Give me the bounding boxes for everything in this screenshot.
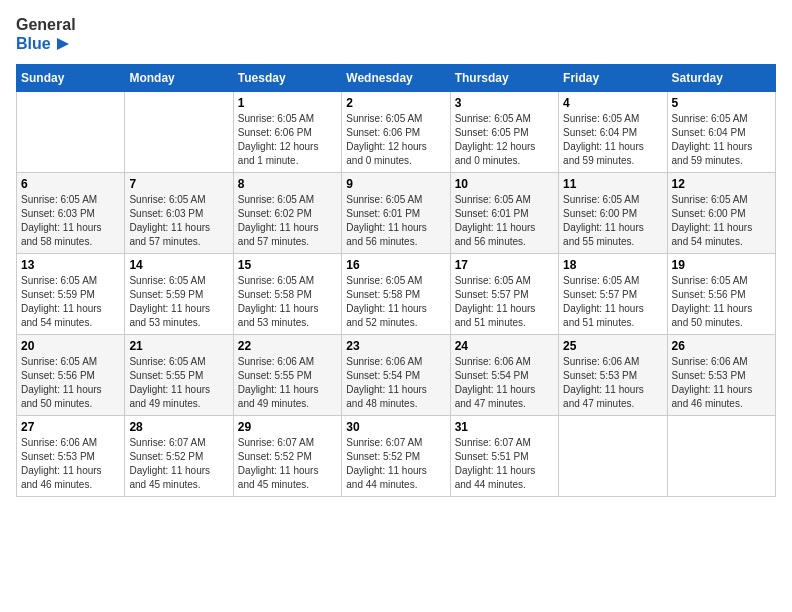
calendar-cell: 28Sunrise: 6:07 AM Sunset: 5:52 PM Dayli… <box>125 415 233 496</box>
day-info: Sunrise: 6:05 AM Sunset: 5:56 PM Dayligh… <box>21 355 120 411</box>
day-info: Sunrise: 6:05 AM Sunset: 6:01 PM Dayligh… <box>455 193 554 249</box>
day-info: Sunrise: 6:05 AM Sunset: 5:57 PM Dayligh… <box>563 274 662 330</box>
day-info: Sunrise: 6:07 AM Sunset: 5:52 PM Dayligh… <box>346 436 445 492</box>
day-number: 3 <box>455 96 554 110</box>
day-number: 31 <box>455 420 554 434</box>
page-header: General Blue <box>16 16 776 54</box>
day-number: 12 <box>672 177 771 191</box>
day-number: 29 <box>238 420 337 434</box>
day-info: Sunrise: 6:05 AM Sunset: 6:06 PM Dayligh… <box>346 112 445 168</box>
calendar-cell <box>17 91 125 172</box>
calendar-cell: 2Sunrise: 6:05 AM Sunset: 6:06 PM Daylig… <box>342 91 450 172</box>
weekday-header: Friday <box>559 64 667 91</box>
day-info: Sunrise: 6:05 AM Sunset: 6:03 PM Dayligh… <box>129 193 228 249</box>
calendar-week-row: 1Sunrise: 6:05 AM Sunset: 6:06 PM Daylig… <box>17 91 776 172</box>
calendar-cell: 18Sunrise: 6:05 AM Sunset: 5:57 PM Dayli… <box>559 253 667 334</box>
day-info: Sunrise: 6:06 AM Sunset: 5:53 PM Dayligh… <box>21 436 120 492</box>
day-number: 21 <box>129 339 228 353</box>
calendar-cell <box>559 415 667 496</box>
calendar-cell: 31Sunrise: 6:07 AM Sunset: 5:51 PM Dayli… <box>450 415 558 496</box>
svg-marker-0 <box>57 38 69 50</box>
calendar-week-row: 27Sunrise: 6:06 AM Sunset: 5:53 PM Dayli… <box>17 415 776 496</box>
day-number: 1 <box>238 96 337 110</box>
day-number: 7 <box>129 177 228 191</box>
calendar-week-row: 6Sunrise: 6:05 AM Sunset: 6:03 PM Daylig… <box>17 172 776 253</box>
calendar-cell: 29Sunrise: 6:07 AM Sunset: 5:52 PM Dayli… <box>233 415 341 496</box>
calendar-cell: 19Sunrise: 6:05 AM Sunset: 5:56 PM Dayli… <box>667 253 775 334</box>
day-info: Sunrise: 6:06 AM Sunset: 5:55 PM Dayligh… <box>238 355 337 411</box>
weekday-header: Sunday <box>17 64 125 91</box>
day-info: Sunrise: 6:05 AM Sunset: 6:03 PM Dayligh… <box>21 193 120 249</box>
logo: General Blue <box>16 16 76 54</box>
calendar-cell: 21Sunrise: 6:05 AM Sunset: 5:55 PM Dayli… <box>125 334 233 415</box>
day-info: Sunrise: 6:05 AM Sunset: 5:58 PM Dayligh… <box>346 274 445 330</box>
day-number: 27 <box>21 420 120 434</box>
day-info: Sunrise: 6:05 AM Sunset: 6:04 PM Dayligh… <box>563 112 662 168</box>
logo-general-text: General <box>16 16 76 34</box>
day-number: 18 <box>563 258 662 272</box>
weekday-header-row: SundayMondayTuesdayWednesdayThursdayFrid… <box>17 64 776 91</box>
calendar-cell: 4Sunrise: 6:05 AM Sunset: 6:04 PM Daylig… <box>559 91 667 172</box>
calendar-cell: 9Sunrise: 6:05 AM Sunset: 6:01 PM Daylig… <box>342 172 450 253</box>
day-number: 19 <box>672 258 771 272</box>
day-number: 15 <box>238 258 337 272</box>
weekday-header: Thursday <box>450 64 558 91</box>
day-info: Sunrise: 6:05 AM Sunset: 5:56 PM Dayligh… <box>672 274 771 330</box>
day-number: 2 <box>346 96 445 110</box>
day-info: Sunrise: 6:07 AM Sunset: 5:51 PM Dayligh… <box>455 436 554 492</box>
day-number: 8 <box>238 177 337 191</box>
calendar-cell: 3Sunrise: 6:05 AM Sunset: 6:05 PM Daylig… <box>450 91 558 172</box>
logo-arrow-icon <box>53 34 73 54</box>
day-info: Sunrise: 6:05 AM Sunset: 6:06 PM Dayligh… <box>238 112 337 168</box>
calendar-cell: 16Sunrise: 6:05 AM Sunset: 5:58 PM Dayli… <box>342 253 450 334</box>
day-info: Sunrise: 6:05 AM Sunset: 6:02 PM Dayligh… <box>238 193 337 249</box>
day-info: Sunrise: 6:07 AM Sunset: 5:52 PM Dayligh… <box>238 436 337 492</box>
day-info: Sunrise: 6:05 AM Sunset: 6:05 PM Dayligh… <box>455 112 554 168</box>
day-number: 25 <box>563 339 662 353</box>
calendar-cell: 26Sunrise: 6:06 AM Sunset: 5:53 PM Dayli… <box>667 334 775 415</box>
calendar-cell: 5Sunrise: 6:05 AM Sunset: 6:04 PM Daylig… <box>667 91 775 172</box>
day-number: 10 <box>455 177 554 191</box>
day-info: Sunrise: 6:05 AM Sunset: 5:58 PM Dayligh… <box>238 274 337 330</box>
day-number: 20 <box>21 339 120 353</box>
day-number: 28 <box>129 420 228 434</box>
day-info: Sunrise: 6:05 AM Sunset: 5:57 PM Dayligh… <box>455 274 554 330</box>
calendar-cell: 27Sunrise: 6:06 AM Sunset: 5:53 PM Dayli… <box>17 415 125 496</box>
day-number: 17 <box>455 258 554 272</box>
day-info: Sunrise: 6:05 AM Sunset: 6:00 PM Dayligh… <box>672 193 771 249</box>
calendar-cell: 8Sunrise: 6:05 AM Sunset: 6:02 PM Daylig… <box>233 172 341 253</box>
calendar-cell: 10Sunrise: 6:05 AM Sunset: 6:01 PM Dayli… <box>450 172 558 253</box>
calendar-cell: 12Sunrise: 6:05 AM Sunset: 6:00 PM Dayli… <box>667 172 775 253</box>
calendar-cell: 13Sunrise: 6:05 AM Sunset: 5:59 PM Dayli… <box>17 253 125 334</box>
calendar-cell: 20Sunrise: 6:05 AM Sunset: 5:56 PM Dayli… <box>17 334 125 415</box>
calendar-table: SundayMondayTuesdayWednesdayThursdayFrid… <box>16 64 776 497</box>
day-info: Sunrise: 6:06 AM Sunset: 5:54 PM Dayligh… <box>346 355 445 411</box>
weekday-header: Monday <box>125 64 233 91</box>
day-number: 11 <box>563 177 662 191</box>
day-number: 22 <box>238 339 337 353</box>
calendar-cell: 6Sunrise: 6:05 AM Sunset: 6:03 PM Daylig… <box>17 172 125 253</box>
day-number: 24 <box>455 339 554 353</box>
day-info: Sunrise: 6:05 AM Sunset: 6:04 PM Dayligh… <box>672 112 771 168</box>
day-number: 5 <box>672 96 771 110</box>
calendar-cell: 17Sunrise: 6:05 AM Sunset: 5:57 PM Dayli… <box>450 253 558 334</box>
day-number: 4 <box>563 96 662 110</box>
day-info: Sunrise: 6:05 AM Sunset: 6:01 PM Dayligh… <box>346 193 445 249</box>
day-info: Sunrise: 6:05 AM Sunset: 5:55 PM Dayligh… <box>129 355 228 411</box>
day-number: 13 <box>21 258 120 272</box>
calendar-cell: 22Sunrise: 6:06 AM Sunset: 5:55 PM Dayli… <box>233 334 341 415</box>
day-info: Sunrise: 6:06 AM Sunset: 5:53 PM Dayligh… <box>672 355 771 411</box>
weekday-header: Wednesday <box>342 64 450 91</box>
day-info: Sunrise: 6:06 AM Sunset: 5:53 PM Dayligh… <box>563 355 662 411</box>
calendar-cell: 11Sunrise: 6:05 AM Sunset: 6:00 PM Dayli… <box>559 172 667 253</box>
calendar-cell <box>667 415 775 496</box>
calendar-cell: 1Sunrise: 6:05 AM Sunset: 6:06 PM Daylig… <box>233 91 341 172</box>
weekday-header: Tuesday <box>233 64 341 91</box>
calendar-week-row: 20Sunrise: 6:05 AM Sunset: 5:56 PM Dayli… <box>17 334 776 415</box>
calendar-cell: 30Sunrise: 6:07 AM Sunset: 5:52 PM Dayli… <box>342 415 450 496</box>
day-number: 30 <box>346 420 445 434</box>
calendar-week-row: 13Sunrise: 6:05 AM Sunset: 5:59 PM Dayli… <box>17 253 776 334</box>
calendar-cell: 23Sunrise: 6:06 AM Sunset: 5:54 PM Dayli… <box>342 334 450 415</box>
weekday-header: Saturday <box>667 64 775 91</box>
day-info: Sunrise: 6:05 AM Sunset: 5:59 PM Dayligh… <box>129 274 228 330</box>
